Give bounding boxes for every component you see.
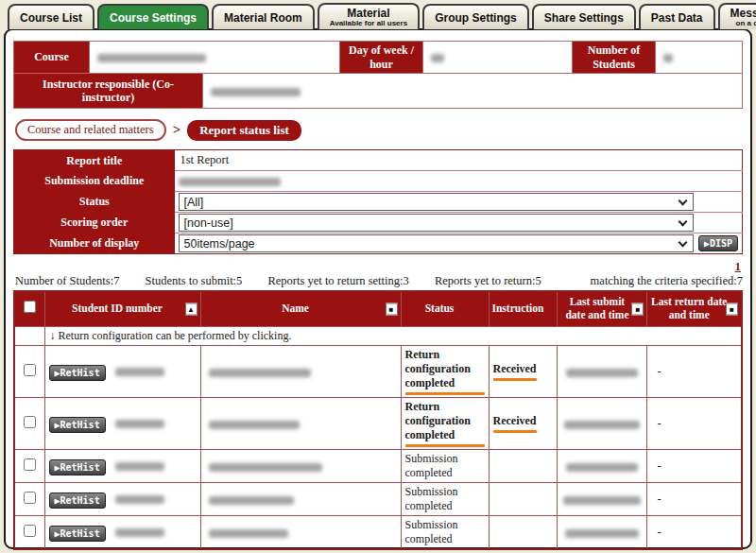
row-checkbox[interactable]	[24, 525, 36, 537]
instruction-text: Received	[493, 362, 537, 375]
main-panel: Course Day of week / hour Number of Stud…	[4, 28, 752, 549]
col-last-return: Last return date and time ■	[647, 291, 742, 327]
course-header-table: Course Day of week / hour Number of Stud…	[13, 41, 743, 74]
report-title-value: 1st Report	[179, 153, 739, 167]
redacted-student-name	[209, 496, 294, 505]
rethist-button[interactable]: ▶RetHist	[49, 493, 106, 509]
col-status: Status	[401, 291, 489, 327]
tab-label: Group Settings	[435, 11, 517, 25]
number-of-display-select[interactable]: 50items/page	[179, 234, 695, 252]
status-select[interactable]: [All]	[179, 193, 695, 211]
sort-icon[interactable]: ■	[386, 302, 398, 315]
row-checkbox[interactable]	[24, 416, 36, 428]
status-text[interactable]: Return configuration completed	[405, 400, 471, 441]
col-last-submit: Last submit date and time ■	[558, 291, 647, 327]
chevron-down-icon	[679, 217, 688, 227]
breadcrumb-parent-link[interactable]: Course and related matters	[15, 119, 166, 141]
row-checkbox[interactable]	[24, 364, 36, 376]
redacted-student-name	[209, 463, 322, 472]
summary-stats: Number of Students:7 Students to submit:…	[15, 274, 564, 288]
tab-sublabel: on a class	[736, 20, 756, 27]
status-text[interactable]: Submission completed	[405, 485, 458, 512]
last-return-value: -	[647, 450, 742, 483]
redacted-last-submit	[565, 529, 639, 538]
instructor-table: Instructor responsible (Co-instructor)	[13, 73, 743, 109]
tab-message[interactable]: Message on a class	[718, 3, 756, 29]
select-all-checkbox[interactable]	[24, 301, 36, 313]
day-of-week-label: Day of week / hour	[340, 42, 423, 74]
tab-group-settings[interactable]: Group Settings	[422, 4, 529, 29]
tab-past-data[interactable]: Past Data	[639, 4, 715, 29]
orange-underline	[405, 444, 485, 447]
tab-label: Material	[347, 7, 389, 20]
table-note-row: ↓ Return configuration can be performed …	[14, 327, 742, 346]
tab-course-settings[interactable]: Course Settings	[97, 4, 209, 29]
stat-yet-to-return: Reports yet to return:5	[435, 274, 541, 287]
disp-button[interactable]: ▶DISP	[698, 235, 738, 251]
return-config-note: ↓ Return configuration can be performed …	[44, 327, 742, 346]
instructor-label: Instructor responsible (Co-instructor)	[14, 74, 203, 109]
redacted-student-name	[209, 369, 311, 377]
redacted-deadline-value	[179, 178, 281, 186]
row-checkbox[interactable]	[24, 458, 36, 471]
redacted-student-name	[209, 421, 300, 429]
report-title-label: Report title	[14, 150, 175, 171]
status-text[interactable]: Submission completed	[405, 452, 458, 479]
redacted-last-submit	[563, 496, 641, 505]
tab-bar: Course List Course Settings Material Roo…	[8, 3, 756, 29]
sort-asc-icon[interactable]: ▲	[185, 302, 198, 315]
matching-criteria-text: matching the criteria specified:7	[591, 274, 743, 288]
stat-yet-to-return-setting: Reports yet to return setting:3	[267, 274, 408, 287]
redacted-student-id	[115, 368, 164, 376]
status-text[interactable]: Return configuration completed	[405, 348, 471, 389]
breadcrumb-current: Report status list	[187, 120, 301, 141]
redacted-last-submit	[566, 463, 638, 472]
rethist-button[interactable]: ▶RetHist	[49, 459, 106, 475]
rethist-button[interactable]: ▶RetHist	[49, 526, 106, 542]
number-of-students-cell	[656, 42, 743, 74]
status-text[interactable]: Submission completed	[405, 518, 458, 545]
number-of-students-label: Number of Students	[573, 42, 656, 74]
tab-material-all-users[interactable]: Material Available for all users	[318, 3, 420, 29]
last-return-value: -	[647, 483, 742, 516]
day-of-week-cell	[423, 42, 573, 74]
table-row: ▶RetHist Return configuration completed …	[14, 346, 742, 398]
row-checkbox[interactable]	[24, 492, 36, 504]
page-link-top[interactable]: 1	[735, 259, 742, 273]
chevron-down-icon	[679, 197, 688, 206]
last-return-value: -	[647, 398, 742, 450]
number-of-display-select-value: 50items/page	[184, 237, 255, 251]
scoring-order-select[interactable]: [non-use]	[179, 214, 695, 232]
tab-material-room[interactable]: Material Room	[212, 4, 315, 29]
table-header-row: Student ID number ▲ Name ■ Status Instru…	[14, 291, 742, 327]
rethist-button[interactable]: ▶RetHist	[49, 417, 106, 433]
scoring-order-label: Scoring order	[14, 213, 175, 233]
tab-course-list[interactable]: Course List	[8, 4, 94, 29]
sort-icon[interactable]: ■	[726, 302, 738, 315]
status-filter-label: Status	[14, 192, 175, 213]
redacted-student-name	[209, 529, 288, 538]
tab-label: Past Data	[651, 11, 703, 25]
redacted-student-id	[115, 462, 164, 471]
last-return-value: -	[647, 516, 742, 550]
tab-label: Message	[730, 7, 756, 20]
tab-label: Course Settings	[110, 11, 197, 25]
redacted-day-value	[431, 54, 444, 62]
redacted-student-id	[115, 420, 164, 428]
table-row: ▶RetHist Submission completed -	[14, 450, 742, 483]
orange-underline	[405, 392, 485, 395]
rethist-button[interactable]: ▶RetHist	[49, 365, 106, 381]
breadcrumb: Course and related matters > Report stat…	[15, 119, 743, 141]
stat-number-of-students: Number of Students:7	[15, 274, 119, 287]
col-student-id: Student ID number ▲	[44, 291, 200, 327]
redacted-last-submit	[564, 421, 640, 429]
tab-label: Share Settings	[544, 11, 624, 25]
redacted-student-id	[115, 495, 164, 504]
table-row: ▶RetHist Submission completed -	[14, 516, 742, 550]
tab-share-settings[interactable]: Share Settings	[532, 4, 636, 29]
stat-students-to-submit: Students to submit:5	[146, 274, 243, 287]
last-return-value: -	[647, 346, 742, 398]
sort-icon[interactable]: ■	[631, 302, 644, 315]
redacted-student-id	[115, 528, 164, 537]
tab-sublabel: Available for all users	[330, 20, 407, 27]
